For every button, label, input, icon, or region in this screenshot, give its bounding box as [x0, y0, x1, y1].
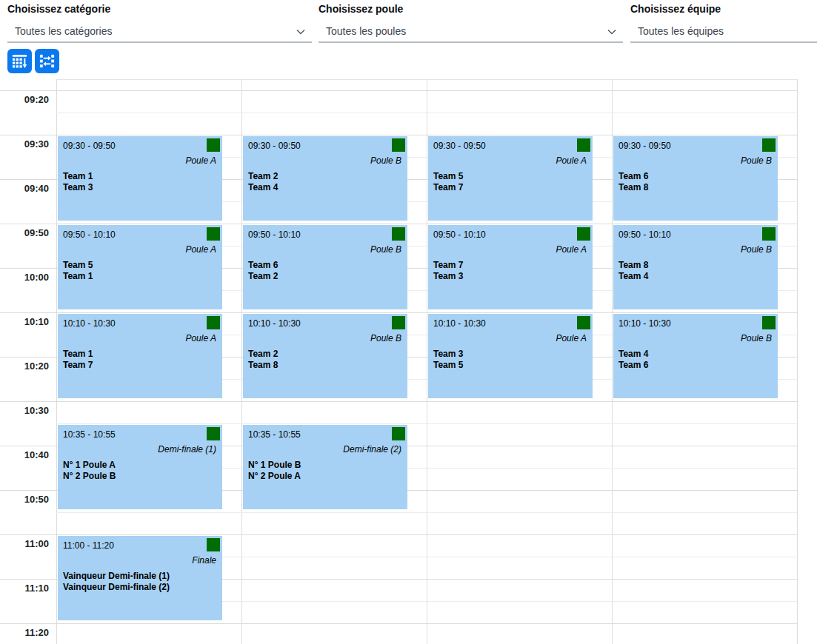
- event-phase-label: Poule B: [618, 155, 773, 166]
- time-label: 11:00: [0, 538, 49, 549]
- time-label: 10:50: [0, 494, 49, 505]
- event-card[interactable]: 09:30 - 09:50Poule ATeam 1Team 3: [58, 136, 222, 221]
- event-team-line: Team 3: [63, 182, 217, 193]
- grid-view-button[interactable]: [7, 49, 32, 73]
- event-time-range: 10:35 - 10:55: [63, 429, 217, 440]
- green-square-status-icon: [207, 427, 220, 440]
- equipe-filter-label: Choisissez équipe: [630, 3, 817, 15]
- schedule-calendar: 09:2009:3009:4009:5010:0010:1010:2010:30…: [0, 79, 817, 644]
- swap-order-button[interactable]: [35, 49, 59, 73]
- grid-column-line: [241, 79, 242, 644]
- event-teams: Team 1Team 7: [63, 349, 217, 371]
- event-card[interactable]: 09:50 - 10:10Poule BTeam 8Team 4: [613, 225, 778, 309]
- green-square-status-icon: [577, 316, 590, 329]
- category-select[interactable]: Toutes les catégories: [7, 21, 312, 43]
- event-card[interactable]: 09:50 - 10:10Poule ATeam 5Team 1: [58, 225, 222, 309]
- event-team-line: N° 1 Poule A: [63, 460, 217, 471]
- event-phase-label: Poule A: [433, 333, 587, 343]
- swap-rows-icon: [39, 53, 56, 70]
- event-team-line: N° 2 Poule B: [63, 471, 217, 482]
- event-team-line: Team 4: [248, 182, 402, 193]
- green-square-status-icon: [392, 427, 405, 440]
- green-square-status-icon: [577, 138, 590, 152]
- event-phase-label: Demi-finale (1): [63, 444, 217, 455]
- event-team-line: Team 7: [433, 260, 587, 271]
- event-phase-label: Poule B: [248, 155, 402, 166]
- filter-group-category: Choisissez catégorie Toutes les catégori…: [7, 3, 312, 41]
- event-team-line: Vainqueur Demi-finale (1): [63, 571, 217, 582]
- time-label: 10:10: [0, 316, 49, 327]
- event-card[interactable]: 11:00 - 11:20FinaleVainqueur Demi-finale…: [58, 536, 222, 620]
- event-teams: Team 7Team 3: [433, 260, 587, 282]
- grid-column-line: [427, 79, 427, 644]
- chevron-down-icon: [607, 27, 617, 37]
- event-team-line: Team 5: [433, 360, 587, 371]
- grid-halfslot-line: [56, 423, 797, 424]
- event-phase-label: Poule A: [433, 155, 587, 166]
- event-team-line: N° 2 Poule A: [248, 471, 402, 482]
- event-card[interactable]: 10:35 - 10:55Demi-finale (2)N° 1 Poule B…: [243, 425, 407, 509]
- event-teams: Team 2Team 4: [248, 171, 402, 193]
- filter-group-poule: Choisissez poule Toutes les poules: [319, 3, 623, 41]
- event-teams: Vainqueur Demi-finale (1)Vainqueur Demi-…: [63, 571, 217, 593]
- event-team-line: Team 5: [63, 260, 217, 271]
- poule-select[interactable]: Toutes les poules: [319, 21, 623, 43]
- time-label: 09:20: [0, 94, 49, 105]
- time-label: 09:30: [0, 138, 49, 150]
- event-time-range: 09:30 - 09:50: [618, 140, 773, 152]
- event-team-line: Team 4: [618, 271, 773, 282]
- event-time-range: 09:30 - 09:50: [433, 140, 587, 152]
- time-label: 09:40: [0, 183, 49, 194]
- grid-slot-line: [0, 312, 797, 313]
- equipe-select[interactable]: Toutes les équipes: [630, 21, 817, 43]
- time-label: 10:40: [0, 449, 49, 460]
- event-team-line: Team 2: [248, 171, 402, 182]
- event-team-line: Team 6: [248, 260, 402, 271]
- grid-slot-line: [0, 534, 797, 535]
- event-team-line: Team 3: [433, 349, 587, 360]
- green-square-status-icon: [392, 138, 405, 152]
- event-time-range: 09:50 - 10:10: [618, 229, 773, 241]
- event-team-line: Team 7: [433, 182, 587, 193]
- green-square-status-icon: [577, 227, 590, 241]
- grid-slot-line: [0, 135, 797, 135]
- event-card[interactable]: 09:30 - 09:50Poule ATeam 5Team 7: [428, 136, 593, 221]
- event-time-range: 09:50 - 10:10: [248, 229, 402, 241]
- event-team-line: Team 7: [63, 360, 217, 371]
- event-card[interactable]: 10:10 - 10:30Poule BTeam 4Team 6: [613, 314, 778, 398]
- event-time-range: 10:10 - 10:30: [433, 318, 587, 329]
- event-card[interactable]: 10:10 - 10:30Poule ATeam 3Team 5: [428, 314, 593, 398]
- event-teams: Team 3Team 5: [433, 349, 587, 371]
- grid-column-line: [797, 79, 798, 644]
- event-team-line: Team 5: [433, 171, 587, 182]
- event-time-range: 10:10 - 10:30: [63, 318, 217, 329]
- event-card[interactable]: 10:10 - 10:30Poule ATeam 1Team 7: [58, 314, 222, 398]
- event-team-line: Team 1: [63, 349, 217, 360]
- time-label: 10:30: [0, 405, 49, 416]
- event-card[interactable]: 09:50 - 10:10Poule BTeam 6Team 2: [243, 225, 407, 309]
- event-card[interactable]: 10:35 - 10:55Demi-finale (1)N° 1 Poule A…: [58, 425, 222, 509]
- event-teams: Team 4Team 6: [618, 349, 773, 371]
- grid-column-line: [56, 79, 57, 644]
- event-teams: Team 5Team 7: [433, 171, 587, 193]
- poule-filter-label: Choisissez poule: [319, 3, 623, 15]
- event-team-line: Team 1: [63, 171, 217, 182]
- grid-slot-line: [0, 90, 797, 91]
- event-team-line: N° 1 Poule B: [248, 460, 402, 471]
- event-card[interactable]: 09:50 - 10:10Poule ATeam 7Team 3: [428, 225, 593, 309]
- event-card[interactable]: 09:30 - 09:50Poule BTeam 2Team 4: [243, 136, 407, 221]
- green-square-status-icon: [392, 227, 405, 241]
- event-teams: Team 1Team 3: [63, 171, 217, 193]
- event-phase-label: Poule A: [63, 155, 217, 166]
- event-card[interactable]: 10:10 - 10:30Poule BTeam 2Team 8: [243, 314, 407, 398]
- event-phase-label: Poule B: [248, 244, 402, 255]
- event-team-line: Team 2: [248, 271, 402, 282]
- event-teams: Team 6Team 8: [618, 171, 773, 193]
- event-teams: N° 1 Poule AN° 2 Poule B: [63, 460, 217, 482]
- time-label: 10:00: [0, 272, 49, 283]
- event-team-line: Team 3: [433, 271, 587, 282]
- event-teams: N° 1 Poule BN° 2 Poule A: [248, 460, 402, 482]
- event-card[interactable]: 09:30 - 09:50Poule BTeam 6Team 8: [613, 136, 778, 221]
- green-square-status-icon: [762, 316, 776, 329]
- event-time-range: 10:10 - 10:30: [618, 318, 773, 329]
